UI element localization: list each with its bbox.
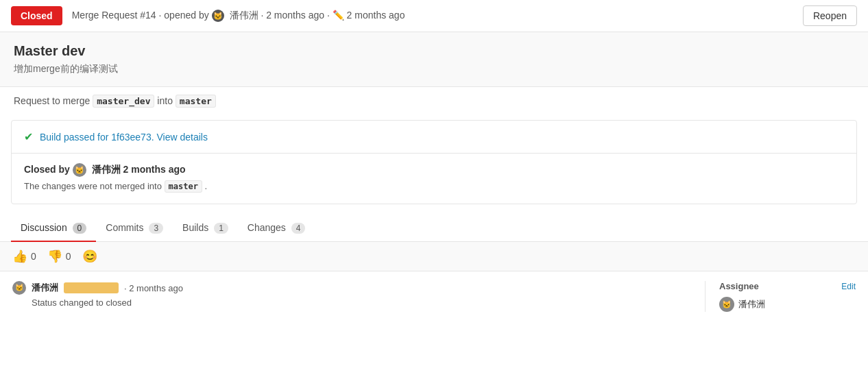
right-panel: Assignee Edit 🐱 潘伟洲 xyxy=(705,281,856,312)
source-branch: master_dev xyxy=(93,95,154,108)
closed-by-time: 2 months ago xyxy=(123,164,186,175)
emoji-add-button[interactable]: 😊 xyxy=(82,249,97,264)
assignee-name: 潘伟洲 xyxy=(738,298,765,311)
request-prefix: Request to merge xyxy=(14,95,90,106)
tab-discussion[interactable]: Discussion 0 xyxy=(11,215,96,242)
not-merged-line: The changes were not merged into master … xyxy=(24,181,844,201)
check-icon: ✔ xyxy=(24,130,33,143)
top-bar-info: Merge Request #14 · opened by 🐱 潘伟洲 · 2 … xyxy=(72,10,803,22)
view-details-link[interactable]: View details xyxy=(156,132,207,143)
comment-header: 🐱 潘伟洲 · 2 months ago xyxy=(12,281,691,295)
assignee-section-header: Assignee Edit xyxy=(719,281,856,291)
updated-time: 2 months ago xyxy=(347,10,405,21)
merge-request-title: Master dev xyxy=(14,43,854,59)
thumbs-up-count: 0 xyxy=(31,251,36,262)
tabs-bar: Discussion 0 Commits 3 Builds 1 Changes … xyxy=(0,215,868,242)
tab-discussion-count: 0 xyxy=(73,223,87,234)
closed-by-username: 潘伟洲 xyxy=(92,164,121,175)
author-avatar: 🐱 xyxy=(212,10,224,22)
reopen-button[interactable]: Reopen xyxy=(803,5,857,26)
build-text: Build passed for 1f63ee73. View details xyxy=(40,132,208,143)
comment-area: 🐱 潘伟洲 · 2 months ago Status changed to c… xyxy=(12,281,691,308)
merge-request-subtitle: 增加merge前的编译测试 xyxy=(14,63,854,75)
edit-link[interactable]: Edit xyxy=(841,282,856,291)
thumbs-down-icon: 👎 xyxy=(47,249,62,264)
closed-by-avatar: 🐱 xyxy=(73,163,86,177)
tab-builds-label: Builds xyxy=(182,222,208,233)
not-merged-branch: master xyxy=(165,180,202,193)
thumbs-up-icon: 👍 xyxy=(12,249,27,264)
opened-time: 2 months ago xyxy=(266,10,324,21)
build-link[interactable]: Build passed for 1f63ee73. xyxy=(40,132,154,143)
tab-commits-label: Commits xyxy=(106,222,143,233)
comment-body: Status changed to closed xyxy=(32,297,691,308)
merge-request-description: Merge Request #14 · opened by xyxy=(72,10,209,21)
not-merged-period: . xyxy=(205,181,208,191)
tab-discussion-label: Discussion xyxy=(21,222,67,233)
tab-commits-count: 3 xyxy=(149,223,163,234)
commenter-name: 潘伟洲 xyxy=(32,282,58,294)
assignee-row: 🐱 潘伟洲 xyxy=(719,297,856,312)
thumbs-up-reaction[interactable]: 👍 0 xyxy=(12,249,36,264)
tab-commits[interactable]: Commits 3 xyxy=(96,215,173,242)
reactions-bar: 👍 0 👎 0 😊 xyxy=(0,242,868,271)
target-branch: master xyxy=(176,95,216,108)
thumbs-down-reaction[interactable]: 👎 0 xyxy=(47,249,71,264)
title-section: Master dev 增加merge前的编译测试 xyxy=(0,32,868,87)
tab-builds[interactable]: Builds 1 xyxy=(173,215,238,242)
commenter-avatar: 🐱 xyxy=(12,281,26,295)
assignee-label: Assignee xyxy=(719,281,759,291)
request-into: into xyxy=(157,95,173,106)
thumbs-down-count: 0 xyxy=(66,251,71,262)
tab-changes-count: 4 xyxy=(291,223,306,234)
closed-by-line: Closed by 🐱 潘伟洲 2 months ago xyxy=(24,163,844,177)
not-merged-text: The changes were not merged into xyxy=(24,181,162,191)
assignee-avatar: 🐱 xyxy=(719,297,734,312)
tab-changes[interactable]: Changes 4 xyxy=(238,215,315,242)
request-info: Request to merge master_dev into master xyxy=(0,87,868,114)
top-bar: Closed Merge Request #14 · opened by 🐱 潘… xyxy=(0,0,868,32)
user-label-tag xyxy=(64,282,119,293)
info-box: ✔ Build passed for 1f63ee73. View detail… xyxy=(11,120,857,204)
tab-changes-label: Changes xyxy=(248,222,286,233)
tab-builds-count: 1 xyxy=(214,223,228,234)
status-badge: Closed xyxy=(11,6,62,25)
closed-by-label: Closed by xyxy=(24,164,70,175)
author-name: 潘伟洲 xyxy=(230,10,258,21)
discussion-section: 🐱 潘伟洲 · 2 months ago Status changed to c… xyxy=(0,271,868,321)
comment-time: · 2 months ago xyxy=(124,283,183,293)
closed-row: Closed by 🐱 潘伟洲 2 months ago The changes… xyxy=(12,154,856,204)
build-row: ✔ Build passed for 1f63ee73. View detail… xyxy=(12,121,856,154)
